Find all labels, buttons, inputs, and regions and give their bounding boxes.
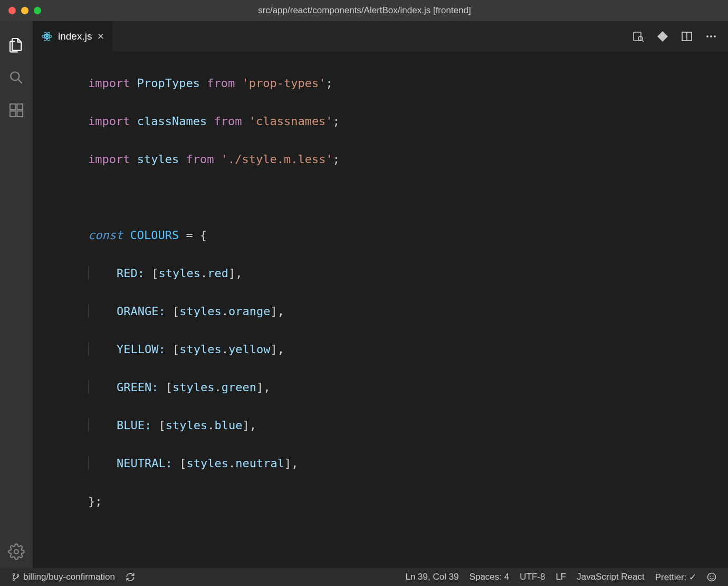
split-icon <box>681 30 693 43</box>
branch-name: billing/buy-confirmation <box>23 572 115 582</box>
extensions-icon <box>8 102 25 119</box>
svg-point-19 <box>13 574 14 575</box>
activity-bar <box>0 21 33 568</box>
settings-button[interactable] <box>0 535 33 568</box>
search-icon <box>8 69 25 86</box>
tab-index-js[interactable]: index.js × <box>33 21 112 52</box>
svg-rect-4 <box>10 111 16 117</box>
eol-indicator[interactable]: LF <box>550 572 571 582</box>
svg-point-0 <box>11 72 19 80</box>
files-icon <box>8 36 25 53</box>
svg-point-20 <box>13 579 14 580</box>
minimize-window-button[interactable] <box>21 7 28 14</box>
svg-point-16 <box>706 35 708 37</box>
close-tab-button[interactable]: × <box>97 31 104 42</box>
status-bar: billing/buy-confirmation Ln 39, Col 39 S… <box>0 568 728 586</box>
svg-rect-3 <box>17 104 23 110</box>
svg-point-23 <box>710 576 711 577</box>
svg-rect-2 <box>10 104 16 110</box>
editor-tabs: index.js × <box>33 21 728 52</box>
source-control-button[interactable] <box>656 30 669 43</box>
svg-point-12 <box>638 36 643 41</box>
git-branch-indicator[interactable]: billing/buy-confirmation <box>6 572 120 582</box>
tab-label: index.js <box>58 31 92 42</box>
sync-icon <box>126 572 135 582</box>
svg-point-21 <box>17 575 18 576</box>
branch-icon <box>12 573 20 581</box>
extensions-tab[interactable] <box>0 94 33 127</box>
svg-point-7 <box>46 35 48 37</box>
find-icon <box>632 30 645 43</box>
svg-line-13 <box>642 40 644 42</box>
svg-line-1 <box>18 79 22 83</box>
svg-rect-5 <box>17 111 23 117</box>
smiley-icon <box>707 572 716 582</box>
ellipsis-icon <box>705 30 717 43</box>
svg-point-22 <box>708 573 716 581</box>
svg-point-17 <box>710 35 712 37</box>
encoding-indicator[interactable]: UTF-8 <box>514 572 550 582</box>
sync-button[interactable] <box>120 572 140 582</box>
feedback-button[interactable] <box>702 572 722 582</box>
explorer-tab[interactable] <box>0 29 33 61</box>
prettier-status[interactable]: Prettier: ✓ <box>650 572 702 583</box>
code-editor[interactable]: import PropTypes from 'prop-types'; impo… <box>33 52 728 568</box>
diamond-icon <box>656 30 669 43</box>
language-mode[interactable]: JavaScript React <box>571 572 650 582</box>
gear-icon <box>8 543 25 560</box>
find-references-button[interactable] <box>632 30 645 43</box>
editor-actions <box>632 30 728 43</box>
maximize-window-button[interactable] <box>34 7 41 14</box>
react-icon <box>41 31 53 42</box>
window-controls <box>8 7 41 14</box>
titlebar: src/app/react/components/AlertBox/index.… <box>0 0 728 21</box>
svg-point-6 <box>14 550 18 554</box>
svg-point-18 <box>714 35 716 37</box>
window-title: src/app/react/components/AlertBox/index.… <box>41 5 720 16</box>
search-tab[interactable] <box>0 61 33 94</box>
indent-indicator[interactable]: Spaces: 4 <box>464 572 515 582</box>
cursor-position[interactable]: Ln 39, Col 39 <box>400 572 464 582</box>
split-editor-button[interactable] <box>681 30 693 43</box>
close-window-button[interactable] <box>8 7 16 14</box>
more-actions-button[interactable] <box>705 30 717 43</box>
svg-point-24 <box>713 576 714 577</box>
